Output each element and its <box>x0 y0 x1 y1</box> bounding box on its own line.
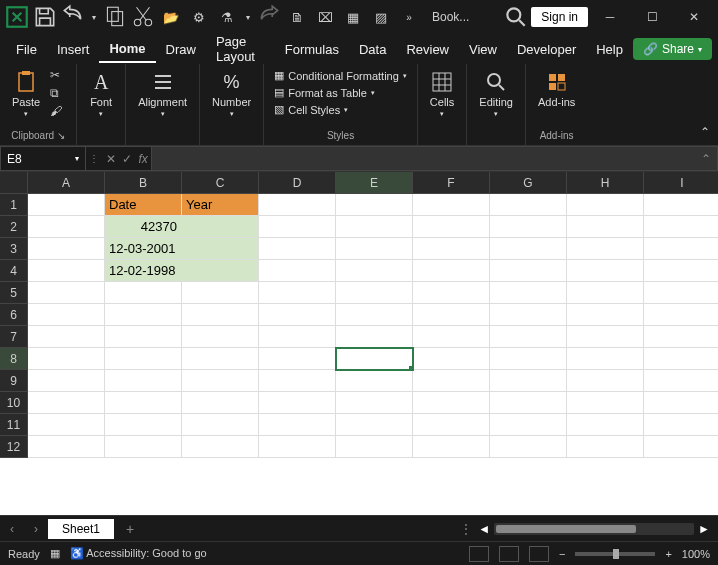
col-header-C[interactable]: C <box>182 172 259 194</box>
cell-F7[interactable] <box>413 326 490 348</box>
row-header-4[interactable]: 4 <box>0 260 28 282</box>
cell-C7[interactable] <box>182 326 259 348</box>
col-header-I[interactable]: I <box>644 172 718 194</box>
cell-E6[interactable] <box>336 304 413 326</box>
cell-I4[interactable] <box>644 260 718 282</box>
cell-G11[interactable] <box>490 414 567 436</box>
cell-H11[interactable] <box>567 414 644 436</box>
cell-A8[interactable] <box>28 348 105 370</box>
cell-A2[interactable] <box>28 216 105 238</box>
row-header-1[interactable]: 1 <box>0 194 28 216</box>
menu-insert[interactable]: Insert <box>47 37 100 62</box>
ribbon-collapse-icon[interactable]: ⌃ <box>700 125 710 139</box>
cell-C6[interactable] <box>182 304 259 326</box>
cell-A10[interactable] <box>28 392 105 414</box>
menu-page-layout[interactable]: Page Layout <box>206 29 275 69</box>
number-button[interactable]: % Number ▾ <box>208 68 255 120</box>
cell-D8[interactable] <box>259 348 336 370</box>
cell-A12[interactable] <box>28 436 105 458</box>
cell-D9[interactable] <box>259 370 336 392</box>
qat-dropdown-icon[interactable]: ▾ <box>242 4 254 30</box>
cell-F4[interactable] <box>413 260 490 282</box>
zoom-in-icon[interactable]: + <box>665 548 671 560</box>
sheet-tab[interactable]: Sheet1 <box>48 519 114 539</box>
cell-C4[interactable] <box>182 260 259 282</box>
undo-icon[interactable] <box>60 4 86 30</box>
redo-icon[interactable] <box>256 4 282 30</box>
cell-H8[interactable] <box>567 348 644 370</box>
cell-E4[interactable] <box>336 260 413 282</box>
cell-C9[interactable] <box>182 370 259 392</box>
cell-I6[interactable] <box>644 304 718 326</box>
cell-B5[interactable] <box>105 282 182 304</box>
qat-more-icon[interactable]: » <box>396 4 422 30</box>
cell-C8[interactable] <box>182 348 259 370</box>
cell-D2[interactable] <box>259 216 336 238</box>
cell-B9[interactable] <box>105 370 182 392</box>
cell-E3[interactable] <box>336 238 413 260</box>
menu-view[interactable]: View <box>459 37 507 62</box>
undo-dropdown-icon[interactable]: ▾ <box>88 4 100 30</box>
clipboard-launcher-icon[interactable]: ↘ <box>57 130 65 141</box>
cell-H9[interactable] <box>567 370 644 392</box>
row-header-10[interactable]: 10 <box>0 392 28 414</box>
row-header-8[interactable]: 8 <box>0 348 28 370</box>
cancel-fx-icon[interactable]: ✕ <box>106 152 116 166</box>
row-header-9[interactable]: 9 <box>0 370 28 392</box>
col-header-D[interactable]: D <box>259 172 336 194</box>
view-pagelayout-icon[interactable] <box>499 546 519 562</box>
cell-G1[interactable] <box>490 194 567 216</box>
cell-B4[interactable]: 12-02-1998 <box>105 260 182 282</box>
cell-A6[interactable] <box>28 304 105 326</box>
cell-F6[interactable] <box>413 304 490 326</box>
cell-I5[interactable] <box>644 282 718 304</box>
view-normal-icon[interactable] <box>469 546 489 562</box>
sign-in-button[interactable]: Sign in <box>531 7 588 27</box>
cell-H12[interactable] <box>567 436 644 458</box>
cell-I8[interactable] <box>644 348 718 370</box>
formula-input[interactable]: ⌃ <box>152 146 718 171</box>
cell-C5[interactable] <box>182 282 259 304</box>
cell-D1[interactable] <box>259 194 336 216</box>
zoom-level[interactable]: 100% <box>682 548 710 560</box>
share-button[interactable]: 🔗Share▾ <box>633 38 712 60</box>
col-header-B[interactable]: B <box>105 172 182 194</box>
cell-C2[interactable] <box>182 216 259 238</box>
minimize-icon[interactable]: ─ <box>590 2 630 32</box>
cut-small-icon[interactable]: ✂ <box>50 68 68 82</box>
cell-A9[interactable] <box>28 370 105 392</box>
row-header-7[interactable]: 7 <box>0 326 28 348</box>
cell-F11[interactable] <box>413 414 490 436</box>
cell-F12[interactable] <box>413 436 490 458</box>
cells-button[interactable]: Cells ▾ <box>426 68 458 120</box>
cell-I3[interactable] <box>644 238 718 260</box>
cell-G3[interactable] <box>490 238 567 260</box>
tab-nav-prev[interactable]: ‹ <box>0 522 24 536</box>
search-icon[interactable] <box>503 4 529 30</box>
cell-D10[interactable] <box>259 392 336 414</box>
cell-H6[interactable] <box>567 304 644 326</box>
close-icon[interactable]: ✕ <box>674 2 714 32</box>
cell-B6[interactable] <box>105 304 182 326</box>
conditional-formatting-button[interactable]: ▦Conditional Formatting▾ <box>272 68 409 83</box>
cell-C12[interactable] <box>182 436 259 458</box>
cell-E7[interactable] <box>336 326 413 348</box>
zoom-out-icon[interactable]: − <box>559 548 565 560</box>
cell-F2[interactable] <box>413 216 490 238</box>
menu-home[interactable]: Home <box>99 36 155 63</box>
qat-icon-5[interactable]: ⌧ <box>312 4 338 30</box>
copy-small-icon[interactable]: ⧉ <box>50 86 68 100</box>
col-header-E[interactable]: E <box>336 172 413 194</box>
qat-icon-7[interactable]: ▨ <box>368 4 394 30</box>
cell-E1[interactable] <box>336 194 413 216</box>
cell-G10[interactable] <box>490 392 567 414</box>
cell-I12[interactable] <box>644 436 718 458</box>
cell-E10[interactable] <box>336 392 413 414</box>
cell-H2[interactable] <box>567 216 644 238</box>
cell-H5[interactable] <box>567 282 644 304</box>
cell-G2[interactable] <box>490 216 567 238</box>
qat-icon-4[interactable]: 🗎 <box>284 4 310 30</box>
cell-E12[interactable] <box>336 436 413 458</box>
cell-D5[interactable] <box>259 282 336 304</box>
cell-E8[interactable] <box>336 348 413 370</box>
